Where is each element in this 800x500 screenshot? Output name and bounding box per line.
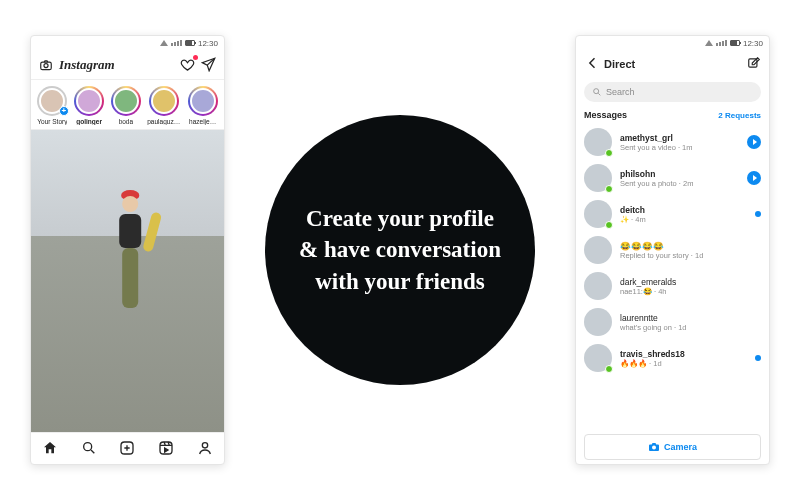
svg-rect-4 xyxy=(160,442,172,454)
message-row[interactable]: laurennttewhat's going on · 1d xyxy=(576,304,769,340)
battery-icon xyxy=(730,40,740,46)
message-list[interactable]: amethyst_grlSent you a video · 1m philso… xyxy=(576,124,769,432)
svg-point-2 xyxy=(84,442,92,450)
play-icon[interactable] xyxy=(747,171,761,185)
avatar xyxy=(584,236,612,264)
wifi-icon xyxy=(160,40,168,46)
phone-feed: 12:30 Instagram + Your Story golinger bo… xyxy=(30,35,225,465)
msg-name: philsohn xyxy=(620,169,739,179)
story-label: paulaguzm… xyxy=(147,118,181,125)
avatar xyxy=(584,164,612,192)
avatar xyxy=(584,272,612,300)
requests-link[interactable]: 2 Requests xyxy=(718,111,761,120)
direct-icon[interactable] xyxy=(201,57,216,72)
avatar xyxy=(584,200,612,228)
clock: 12:30 xyxy=(198,39,218,48)
msg-name: laurenntte xyxy=(620,313,761,323)
msg-preview: 🔥🔥🔥 · 1d xyxy=(620,359,747,368)
compose-icon[interactable] xyxy=(747,56,761,72)
status-bar: 12:30 xyxy=(576,36,769,50)
msg-preview: what's going on · 1d xyxy=(620,323,761,332)
home-icon[interactable] xyxy=(42,440,58,458)
message-row[interactable]: travis_shreds18🔥🔥🔥 · 1d xyxy=(576,340,769,376)
msg-preview: ✨ · 4m xyxy=(620,215,747,224)
person-figure xyxy=(119,190,141,308)
direct-header: Direct xyxy=(576,50,769,78)
story-your-story[interactable]: + Your Story xyxy=(37,86,68,125)
feed-post-image[interactable] xyxy=(31,130,224,432)
msg-preview: Sent you a video · 1m xyxy=(620,143,739,152)
unread-indicator xyxy=(755,211,761,217)
presence-dot xyxy=(605,221,613,229)
avatar xyxy=(584,308,612,336)
add-story-icon[interactable]: + xyxy=(59,106,69,116)
profile-icon[interactable] xyxy=(197,440,213,458)
msg-name: travis_shreds18 xyxy=(620,349,747,359)
search-input[interactable]: Search xyxy=(584,82,761,102)
stories-tray[interactable]: + Your Story golinger boda paulaguzm… ha… xyxy=(31,80,224,130)
search-icon xyxy=(592,87,602,97)
avatar xyxy=(584,128,612,156)
story-label: Your Story xyxy=(37,118,67,125)
search-placeholder: Search xyxy=(606,87,635,97)
camera-button[interactable]: Camera xyxy=(584,434,761,460)
story-item[interactable]: boda xyxy=(111,86,142,125)
story-label: golinger xyxy=(76,118,102,125)
brand-logo: Instagram xyxy=(59,57,174,73)
camera-icon xyxy=(648,441,660,453)
signal-icon xyxy=(716,40,727,46)
svg-point-7 xyxy=(594,89,599,94)
story-label: hazelje… xyxy=(189,118,216,125)
hero-tagline: Create your profile & have conversation … xyxy=(265,115,535,385)
presence-dot xyxy=(605,149,613,157)
hero-text: Create your profile & have conversation … xyxy=(299,203,501,296)
msg-name: 😂😂😂😂 xyxy=(620,241,761,251)
messages-section-header: Messages 2 Requests xyxy=(576,106,769,124)
direct-title: Direct xyxy=(604,58,741,70)
story-item[interactable]: golinger xyxy=(74,86,105,125)
msg-preview: nae11:😂 · 4h xyxy=(620,287,761,296)
avatar xyxy=(584,344,612,372)
signal-icon xyxy=(171,40,182,46)
clock: 12:30 xyxy=(743,39,763,48)
story-label: boda xyxy=(119,118,133,125)
message-row[interactable]: amethyst_grlSent you a video · 1m xyxy=(576,124,769,160)
unread-indicator xyxy=(755,355,761,361)
msg-name: deitch xyxy=(620,205,747,215)
story-item[interactable]: paulaguzm… xyxy=(147,86,181,125)
wifi-icon xyxy=(705,40,713,46)
svg-point-1 xyxy=(44,63,48,67)
svg-point-5 xyxy=(202,442,207,447)
battery-icon xyxy=(185,40,195,46)
phone-direct: 12:30 Direct Search Messages 2 Requests … xyxy=(575,35,770,465)
message-row[interactable]: 😂😂😂😂Replied to your story · 1d xyxy=(576,232,769,268)
activity-icon[interactable] xyxy=(180,57,195,72)
message-row[interactable]: dark_emeraldsnae11:😂 · 4h xyxy=(576,268,769,304)
bottom-nav xyxy=(31,432,224,464)
presence-dot xyxy=(605,365,613,373)
back-icon[interactable] xyxy=(584,56,598,72)
section-title: Messages xyxy=(584,110,627,120)
message-row[interactable]: philsohnSent you a photo · 2m xyxy=(576,160,769,196)
msg-name: dark_emeralds xyxy=(620,277,761,287)
feed-header: Instagram xyxy=(31,50,224,80)
presence-dot xyxy=(605,185,613,193)
reels-icon[interactable] xyxy=(158,440,174,458)
msg-name: amethyst_grl xyxy=(620,133,739,143)
camera-label: Camera xyxy=(664,442,697,452)
msg-preview: Replied to your story · 1d xyxy=(620,251,761,260)
camera-icon[interactable] xyxy=(39,58,53,72)
status-bar: 12:30 xyxy=(31,36,224,50)
search-icon[interactable] xyxy=(81,440,97,458)
play-icon[interactable] xyxy=(747,135,761,149)
msg-preview: Sent you a photo · 2m xyxy=(620,179,739,188)
new-post-icon[interactable] xyxy=(119,440,135,458)
message-row[interactable]: deitch✨ · 4m xyxy=(576,196,769,232)
story-item[interactable]: hazelje… xyxy=(187,86,218,125)
